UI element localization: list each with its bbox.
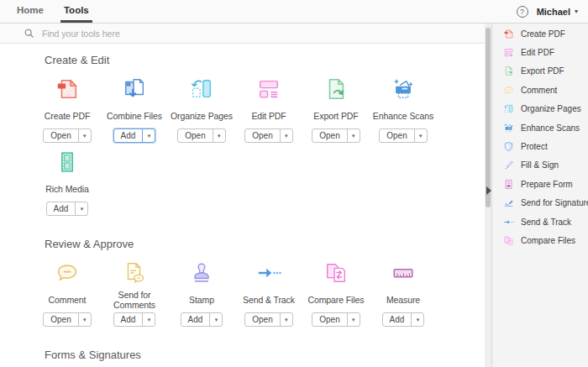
sidebar-item-compare-files[interactable]: Compare Files <box>492 231 588 249</box>
prepare-form-icon <box>503 179 514 190</box>
sidebar-item-enhance-scans[interactable]: Enhance Scans <box>492 118 588 137</box>
enhance-scans-icon <box>503 123 514 134</box>
tool-label: Combine Files <box>107 105 162 127</box>
create-pdf-open-button[interactable]: Open ▾ <box>43 128 91 143</box>
edit-pdf-open-button[interactable]: Open ▾ <box>244 128 292 143</box>
send-for-signature-icon <box>503 197 514 208</box>
tool-tile-enhance-scans[interactable]: Enhance Scans Open ▾ <box>370 76 437 143</box>
measure-icon <box>391 260 416 286</box>
chevron-down-icon[interactable]: ▾ <box>414 129 427 142</box>
sidebar-item-export-pdf[interactable]: Export PDF <box>492 62 588 81</box>
send-track-icon <box>503 217 514 228</box>
chevron-down-icon[interactable]: ▾ <box>78 313 91 326</box>
topbar-right-group: ? Michael ▾ <box>517 0 588 23</box>
organize-pages-icon <box>189 76 214 102</box>
rich-media-icon <box>55 149 80 175</box>
tools-search-bar <box>0 24 485 44</box>
tool-tile-send-track[interactable]: Send & Track Open ▾ <box>235 260 302 327</box>
chevron-down-icon: ▾ <box>575 8 578 15</box>
tab-tools[interactable]: Tools <box>60 0 92 23</box>
sidebar-item-organize-pages[interactable]: Organize Pages <box>492 100 588 118</box>
comment-icon <box>503 85 514 96</box>
scrollbar-thumb[interactable] <box>486 28 491 207</box>
chevron-down-icon[interactable]: ▾ <box>142 313 155 326</box>
send-for-comments-icon <box>122 260 147 286</box>
tab-home[interactable]: Home <box>13 0 47 23</box>
send-track-icon <box>256 260 281 286</box>
search-input[interactable] <box>42 29 395 39</box>
chevron-down-icon[interactable]: ▾ <box>209 313 222 326</box>
tool-label: Export PDF <box>313 105 358 127</box>
compare-files-open-button[interactable]: Open ▾ <box>312 312 360 327</box>
tool-tile-export-pdf[interactable]: Export PDF Open ▾ <box>302 76 370 143</box>
tool-label: Edit PDF <box>251 105 286 127</box>
sidebar-item-comment[interactable]: Comment <box>492 81 588 99</box>
section-title-create-edit: Create & Edit <box>45 54 485 66</box>
combine-files-icon <box>122 76 147 102</box>
tool-label: Stamp <box>189 289 214 311</box>
tool-tile-combine-files[interactable]: Combine Files Add ▾ <box>101 76 168 143</box>
create-pdf-icon <box>503 29 514 39</box>
sidebar-item-send-for-signature[interactable]: Send for Signature <box>492 194 588 212</box>
compare-files-icon <box>503 235 514 246</box>
chevron-down-icon[interactable]: ▾ <box>347 313 360 326</box>
organize-pages-icon <box>503 103 514 114</box>
acrobat-tools-page: Home Tools ? Michael ▾ Create & Edit Cre… <box>0 0 588 367</box>
tool-label: Organize Pages <box>171 105 233 127</box>
sidebar-collapse-handle-icon[interactable] <box>486 186 491 195</box>
rich-media-add-button[interactable]: Add ▾ <box>46 202 89 216</box>
measure-add-button[interactable]: Add ▾ <box>382 312 425 327</box>
chevron-down-icon[interactable]: ▾ <box>347 129 360 142</box>
organize-pages-open-button[interactable]: Open ▾ <box>177 128 225 143</box>
chevron-down-icon[interactable]: ▾ <box>78 129 91 142</box>
combine-files-add-button[interactable]: Add ▾ <box>113 128 156 143</box>
sidebar-item-prepare-form[interactable]: Prepare Form <box>492 175 588 193</box>
chevron-down-icon[interactable]: ▾ <box>75 202 87 215</box>
export-pdf-icon <box>503 66 514 76</box>
tool-tile-send-for-comments[interactable]: Send for Comments Add ▾ <box>101 260 168 327</box>
tool-row: Comment Open ▾ Send for Comments Add ▾ S… <box>0 260 485 327</box>
tool-tile-compare-files[interactable]: Compare Files Open ▾ <box>302 260 370 327</box>
tool-label: Enhance Scans <box>373 105 433 127</box>
sidebar-item-edit-pdf[interactable]: Edit PDF <box>492 43 588 61</box>
tool-tile-create-pdf[interactable]: Create PDF Open ▾ <box>34 76 101 143</box>
user-menu[interactable]: Michael ▾ <box>537 7 578 17</box>
edit-pdf-icon <box>503 47 514 58</box>
chevron-down-icon[interactable]: ▾ <box>280 129 292 142</box>
tools-sidebar: Create PDF Edit PDF Export PDF Comment O… <box>491 24 588 367</box>
user-name: Michael <box>537 7 570 17</box>
tool-row: Create PDF Open ▾ Combine Files Add ▾ Or… <box>0 76 485 143</box>
sidebar-item-create-pdf[interactable]: Create PDF <box>492 24 588 43</box>
section-title-review-approve: Review & Approve <box>45 238 485 250</box>
tool-row: Rich Media Add ▾ <box>0 149 485 216</box>
tool-tile-comment[interactable]: Comment Open ▾ <box>34 260 101 327</box>
enhance-scans-open-button[interactable]: Open ▾ <box>379 128 427 143</box>
sidebar-item-send-track[interactable]: Send & Track <box>492 212 588 231</box>
tool-tile-organize-pages[interactable]: Organize Pages Open ▾ <box>168 76 235 143</box>
tool-label: Compare Files <box>308 289 365 311</box>
help-icon[interactable]: ? <box>517 6 528 18</box>
chevron-down-icon[interactable]: ▾ <box>213 129 225 142</box>
tool-label: Send for Comments <box>101 289 168 311</box>
sidebar-item-protect[interactable]: Protect <box>492 137 588 155</box>
tool-label: Send & Track <box>243 289 295 311</box>
chevron-down-icon[interactable]: ▾ <box>411 313 423 326</box>
export-pdf-open-button[interactable]: Open ▾ <box>312 128 360 143</box>
send-for-comments-add-button[interactable]: Add ▾ <box>113 312 156 327</box>
chevron-down-icon[interactable]: ▾ <box>142 129 155 142</box>
edit-pdf-icon <box>256 76 281 102</box>
tool-label: Measure <box>386 289 420 311</box>
search-icon <box>24 28 34 39</box>
tool-tile-rich-media[interactable]: Rich Media Add ▾ <box>34 149 101 216</box>
stamp-add-button[interactable]: Add ▾ <box>181 312 223 327</box>
sidebar-item-fill-sign[interactable]: Fill & Sign <box>492 156 588 175</box>
chevron-down-icon[interactable]: ▾ <box>280 313 292 326</box>
tool-tile-stamp[interactable]: Stamp Add ▾ <box>168 260 235 327</box>
section-title-forms-signatures: Forms & Signatures <box>45 349 485 361</box>
comment-open-button[interactable]: Open ▾ <box>43 312 91 327</box>
tools-content: Create & Edit Create PDF Open ▾ Combine … <box>0 44 485 367</box>
send-track-open-button[interactable]: Open ▾ <box>244 312 292 327</box>
tool-tile-edit-pdf[interactable]: Edit PDF Open ▾ <box>235 76 302 143</box>
tool-tile-measure[interactable]: Measure Add ▾ <box>370 260 437 327</box>
stamp-icon <box>189 260 214 286</box>
